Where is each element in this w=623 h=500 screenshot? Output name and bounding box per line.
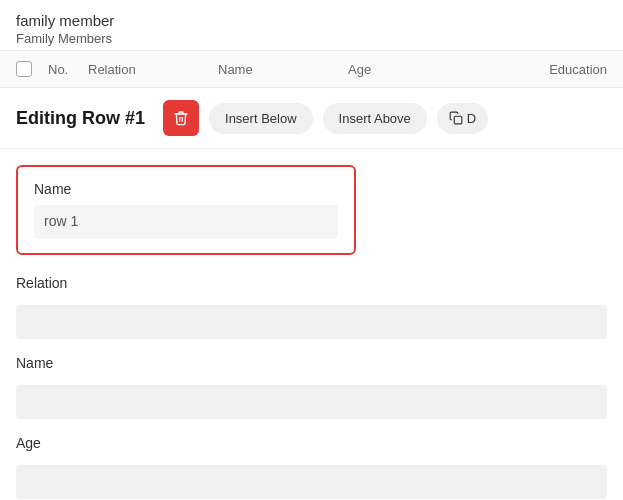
family-member-title: family member: [16, 12, 607, 29]
col-header-age: Age: [348, 62, 428, 77]
relation-field-group: Relation: [16, 275, 607, 339]
form-fields: Relation Name Age: [16, 275, 607, 499]
table-header: No. Relation Name Age Education: [0, 50, 623, 88]
name-field-group: Name: [16, 355, 607, 419]
duplicate-button[interactable]: D: [437, 103, 488, 134]
form-content: Name row 1 Relation Name Age: [0, 149, 623, 500]
page-container: family member Family Members No. Relatio…: [0, 0, 623, 500]
editing-row-title: Editing Row #1: [16, 108, 145, 129]
editing-row-bar: Editing Row #1 Insert Below Insert Above…: [0, 88, 623, 149]
checkbox-column: [16, 61, 48, 77]
name-input[interactable]: [16, 385, 607, 419]
name-label: Name: [16, 355, 607, 371]
highlighted-name-box: Name row 1: [16, 165, 356, 255]
age-field-group: Age: [16, 435, 607, 499]
col-header-education: Education: [428, 62, 607, 77]
trash-icon: [173, 110, 189, 126]
svg-rect-0: [454, 116, 462, 124]
select-all-checkbox[interactable]: [16, 61, 32, 77]
col-header-no: No.: [48, 62, 88, 77]
insert-below-button[interactable]: Insert Below: [209, 103, 313, 134]
age-label: Age: [16, 435, 607, 451]
relation-label: Relation: [16, 275, 607, 291]
insert-above-button[interactable]: Insert Above: [323, 103, 427, 134]
duplicate-label: D: [467, 111, 476, 126]
age-input[interactable]: [16, 465, 607, 499]
relation-input[interactable]: [16, 305, 607, 339]
highlighted-field-label: Name: [34, 181, 338, 197]
delete-button[interactable]: [163, 100, 199, 136]
header: family member Family Members: [0, 0, 623, 50]
highlighted-field-value[interactable]: row 1: [34, 205, 338, 239]
duplicate-icon: [449, 111, 463, 125]
family-members-subtitle: Family Members: [16, 31, 607, 46]
col-header-name: Name: [218, 62, 348, 77]
col-header-relation: Relation: [88, 62, 218, 77]
